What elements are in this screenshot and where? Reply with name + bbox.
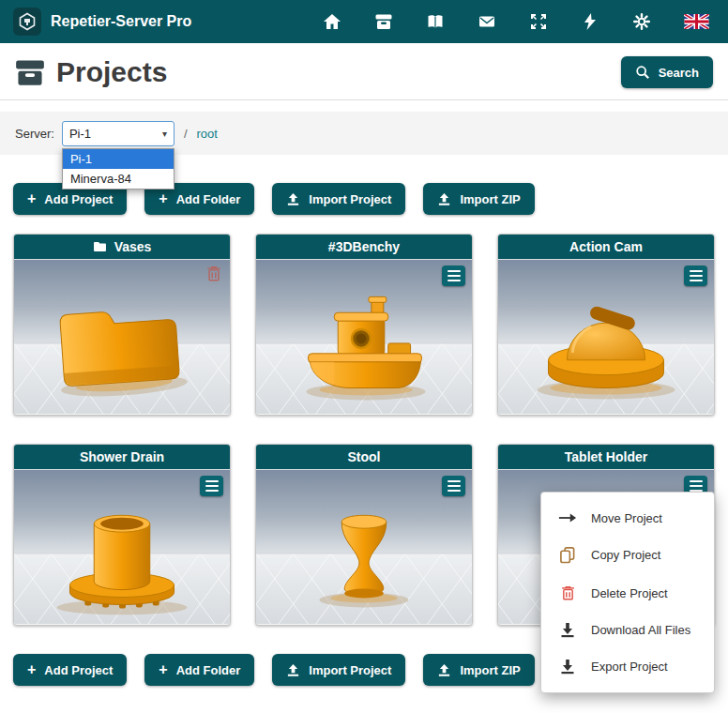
- project-card-3dbenchy[interactable]: #3DBenchy: [255, 234, 473, 416]
- server-dropdown: Pi-1 Minerva-84: [62, 148, 174, 190]
- add-folder-button[interactable]: + Add Folder: [144, 654, 254, 686]
- benchy-render: [256, 259, 472, 415]
- bolt-icon[interactable]: [581, 12, 599, 31]
- import-zip-button[interactable]: Import ZIP: [423, 654, 534, 686]
- search-button-label: Search: [659, 66, 699, 80]
- project-card-title: Shower Drain: [80, 449, 164, 464]
- project-card-shower-drain[interactable]: Shower Drain: [13, 444, 231, 626]
- book-icon[interactable]: [426, 12, 445, 31]
- project-render-area: [256, 469, 472, 625]
- project-context-menu: Move Project Copy Project Delete Project…: [540, 492, 715, 693]
- shower-drain-render: [14, 469, 230, 625]
- add-project-button[interactable]: + Add Project: [13, 654, 127, 686]
- vases-render: [14, 259, 230, 415]
- card-menu-button[interactable]: [442, 476, 465, 496]
- plus-icon: +: [27, 191, 36, 206]
- add-project-label: Add Project: [44, 663, 113, 677]
- project-card-title-bar: Action Cam: [498, 235, 714, 259]
- upload-icon: [286, 663, 300, 677]
- breadcrumb-separator: /: [184, 127, 188, 141]
- home-icon[interactable]: [323, 12, 341, 31]
- server-option-minerva84[interactable]: Minerva-84: [63, 169, 174, 189]
- upload-icon: [437, 192, 451, 206]
- action-cam-render: [498, 259, 714, 415]
- project-card-title: Vases: [114, 239, 152, 254]
- project-card-title: #3DBenchy: [328, 239, 400, 254]
- trash-icon: [558, 584, 577, 601]
- logo-hexagon-icon: [18, 12, 37, 31]
- context-menu-label: Copy Project: [591, 548, 660, 562]
- plus-icon: +: [159, 191, 167, 206]
- mail-icon[interactable]: [478, 12, 496, 31]
- top-navbar: Repetier-Server Pro: [0, 0, 728, 43]
- folder-icon: [93, 241, 107, 252]
- import-zip-label: Import ZIP: [460, 192, 520, 206]
- import-project-button[interactable]: Import Project: [272, 654, 405, 686]
- project-render-area: [256, 259, 472, 415]
- project-card-title-bar: Stool: [256, 445, 472, 469]
- import-zip-button[interactable]: Import ZIP: [423, 183, 534, 215]
- import-zip-label: Import ZIP: [460, 663, 520, 677]
- project-card-title: Stool: [348, 449, 381, 464]
- add-folder-label: Add Folder: [176, 663, 241, 677]
- card-menu-button[interactable]: [442, 265, 465, 286]
- context-menu-move-project[interactable]: Move Project: [541, 500, 714, 536]
- context-menu-label: Export Project: [591, 660, 668, 674]
- export-icon: [558, 659, 577, 675]
- import-project-button[interactable]: Import Project: [272, 183, 405, 215]
- server-selected-value: Pi-1: [69, 127, 91, 141]
- delete-folder-button[interactable]: [205, 265, 222, 285]
- projects-icon[interactable]: [374, 12, 393, 31]
- project-card-vases[interactable]: Vases: [13, 234, 231, 416]
- copy-icon: [558, 546, 577, 564]
- server-label: Server:: [15, 127, 54, 141]
- context-menu-export-project[interactable]: Export Project: [541, 648, 714, 685]
- project-card-stool[interactable]: Stool: [255, 444, 473, 626]
- add-project-label: Add Project: [44, 192, 113, 206]
- upload-icon: [437, 663, 451, 677]
- server-bar: Server: Pi-1 ▾ Pi-1 Minerva-84 / root: [0, 112, 728, 155]
- project-card-title: Action Cam: [569, 239, 643, 254]
- breadcrumb-root-link[interactable]: root: [197, 127, 218, 141]
- server-select-box[interactable]: Pi-1 ▾: [62, 121, 174, 146]
- trash-icon: [205, 265, 222, 282]
- search-button[interactable]: Search: [621, 56, 713, 88]
- server-option-pi1[interactable]: Pi-1: [63, 149, 174, 169]
- project-render-area: [498, 259, 714, 415]
- project-card-title: Tablet Holder: [565, 449, 647, 464]
- context-menu-label: Move Project: [591, 511, 662, 525]
- context-menu-label: Delete Project: [591, 586, 668, 600]
- gear-icon[interactable]: [632, 12, 651, 31]
- card-menu-button[interactable]: [200, 476, 223, 496]
- project-card-action-cam[interactable]: Action Cam: [497, 234, 715, 416]
- project-card-title-bar: Tablet Holder: [498, 445, 714, 469]
- context-menu-delete-project[interactable]: Delete Project: [541, 574, 714, 612]
- plus-icon: +: [27, 662, 36, 677]
- download-icon: [558, 622, 577, 638]
- upload-icon: [286, 192, 300, 206]
- context-menu-download-all-files[interactable]: Download All Files: [541, 612, 714, 648]
- page-title: Projects: [56, 56, 167, 88]
- import-project-label: Import Project: [309, 192, 391, 206]
- project-render-area: [14, 469, 230, 625]
- import-project-label: Import Project: [309, 663, 391, 677]
- projects-page-icon: [15, 58, 45, 86]
- move-icon: [558, 510, 577, 525]
- context-menu-label: Download All Files: [591, 623, 690, 637]
- header-divider: [0, 99, 728, 100]
- project-card-title-bar: Shower Drain: [14, 445, 230, 469]
- project-card-title-bar: Vases: [14, 235, 230, 259]
- server-select[interactable]: Pi-1 ▾ Pi-1 Minerva-84: [62, 121, 174, 146]
- stool-render: [256, 469, 472, 625]
- context-menu-copy-project[interactable]: Copy Project: [541, 536, 714, 574]
- page-header: Projects Search: [0, 43, 728, 99]
- app-title: Repetier-Server Pro: [51, 13, 191, 30]
- add-folder-label: Add Folder: [176, 192, 241, 206]
- uk-flag-icon[interactable]: [684, 14, 709, 29]
- card-menu-button[interactable]: [684, 265, 707, 286]
- expand-icon[interactable]: [529, 12, 548, 31]
- project-card-title-bar: #3DBenchy: [256, 235, 472, 259]
- repetier-logo[interactable]: [13, 8, 41, 36]
- chevron-down-icon: ▾: [162, 129, 167, 139]
- project-render-area: [14, 259, 230, 415]
